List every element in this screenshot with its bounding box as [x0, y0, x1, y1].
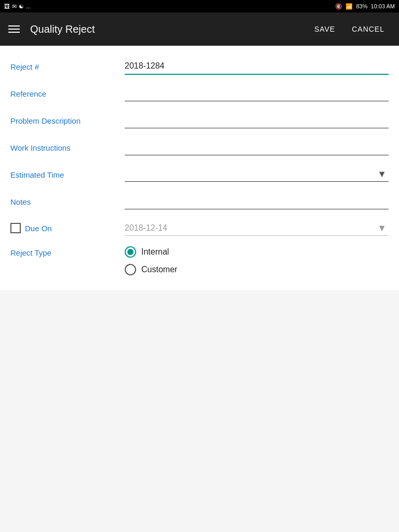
radio-internal-inner: [127, 249, 134, 255]
status-bar-right: 🔇 📶 83% 10:03 AM: [335, 3, 395, 10]
page-background: [0, 290, 399, 498]
radio-internal-outer: [125, 246, 136, 258]
work-instructions-input[interactable]: [125, 139, 389, 155]
estimated-time-row: Estimated Time 1 hour 2 hours 4 hours 8 …: [10, 162, 389, 189]
notes-row: Notes: [10, 189, 389, 216]
due-date-wrapper: 2018-12-14 ▼: [125, 220, 389, 236]
problem-desc-input[interactable]: [125, 112, 389, 128]
reject-num-field: [125, 58, 389, 75]
work-instructions-row: Work Instructions: [10, 135, 389, 162]
due-date-select[interactable]: 2018-12-14: [125, 220, 389, 236]
app-bar: Quality Reject SAVE CANCEL: [0, 12, 399, 46]
radio-internal-label: Internal: [141, 247, 169, 257]
status-bar: 🖼 ✉ ☯ ... 🔇 📶 83% 10:03 AM: [0, 0, 399, 12]
cancel-button[interactable]: CANCEL: [345, 21, 391, 37]
page-title: Quality Reject: [30, 23, 308, 35]
form-content: Reject # Reference Problem Description W…: [0, 46, 399, 290]
estimated-time-select[interactable]: 1 hour 2 hours 4 hours 8 hours: [125, 166, 389, 182]
estimated-time-select-wrapper: 1 hour 2 hours 4 hours 8 hours ▼: [125, 166, 389, 182]
wifi-icon: 📶: [345, 3, 353, 10]
problem-desc-row: Problem Description: [10, 108, 389, 135]
notes-field: [125, 193, 389, 209]
estimated-time-label: Estimated Time: [10, 166, 125, 179]
reject-num-row: Reject #: [10, 54, 389, 81]
radio-customer-label: Customer: [141, 265, 177, 274]
reference-row: Reference: [10, 81, 389, 108]
radio-option-internal[interactable]: Internal: [125, 246, 177, 258]
status-bar-left: 🖼 ✉ ☯ ...: [4, 3, 31, 10]
notes-input[interactable]: [125, 193, 389, 209]
due-on-checkbox[interactable]: [10, 223, 21, 233]
email-icon: ✉: [12, 3, 17, 10]
menu-button[interactable]: [8, 25, 20, 33]
reject-type-row: Reject Type Internal Customer: [10, 240, 389, 282]
radio-option-customer[interactable]: Customer: [125, 264, 177, 275]
radio-customer-outer: [125, 264, 136, 275]
battery-level: 83%: [356, 3, 367, 9]
reference-input[interactable]: [125, 85, 389, 101]
reject-type-label: Reject Type: [10, 244, 125, 257]
due-on-label-group: Due On: [10, 223, 125, 233]
work-instructions-field: [125, 139, 389, 155]
reference-field: [125, 85, 389, 101]
vpn-icon: ☯: [19, 3, 24, 10]
clock: 10:03 AM: [371, 3, 395, 9]
reject-type-radio-group: Internal Customer: [125, 244, 177, 275]
reject-num-label: Reject #: [10, 58, 125, 71]
problem-desc-field: [125, 112, 389, 128]
save-button[interactable]: SAVE: [308, 21, 341, 37]
reference-label: Reference: [10, 85, 125, 98]
notes-label: Notes: [10, 193, 125, 206]
gallery-icon: 🖼: [4, 3, 10, 9]
due-on-row: Due On 2018-12-14 ▼: [10, 216, 389, 240]
mute-icon: 🔇: [335, 3, 342, 10]
reject-num-input[interactable]: [125, 58, 389, 75]
due-on-label: Due On: [25, 224, 52, 233]
ellipsis-icon: ...: [26, 3, 31, 9]
app-bar-actions: SAVE CANCEL: [308, 21, 391, 37]
work-instructions-label: Work Instructions: [10, 139, 125, 152]
problem-desc-label: Problem Description: [10, 112, 125, 125]
estimated-time-field: 1 hour 2 hours 4 hours 8 hours ▼: [125, 166, 389, 182]
